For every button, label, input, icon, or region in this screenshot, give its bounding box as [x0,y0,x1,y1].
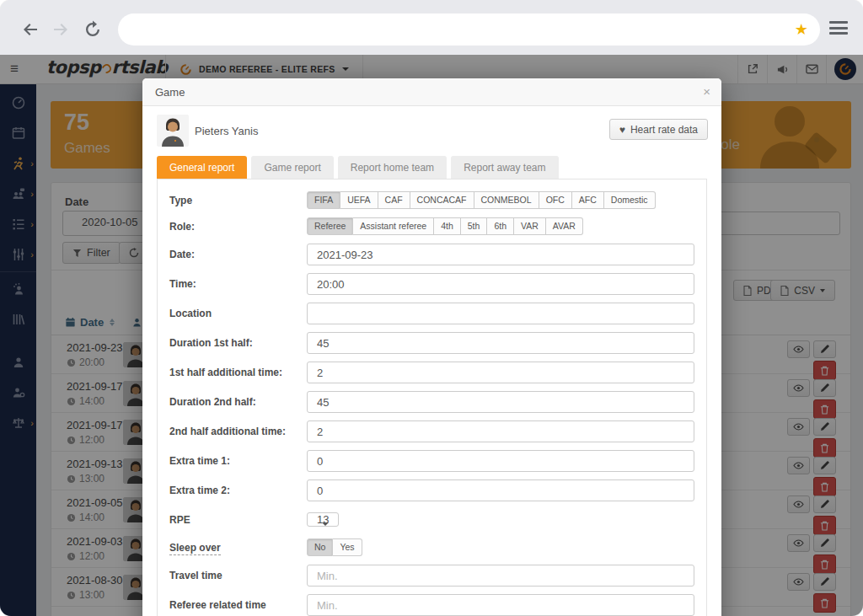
sleep-over-no[interactable]: No [307,538,333,556]
external-link-icon[interactable] [737,55,767,83]
pencil-icon [820,538,829,548]
extra-2-input[interactable] [307,479,694,501]
funnel-icon [72,249,82,258]
form-row-type: Type FIFA UEFA CAF CONCACAF CONMEBOL OFC… [169,191,694,209]
view-button[interactable] [787,534,810,552]
view-button[interactable] [787,418,810,436]
role-option-4th[interactable]: 4th [434,217,461,235]
edit-button[interactable] [813,379,836,397]
edit-button[interactable] [813,340,836,358]
type-option-uefa[interactable]: UEFA [340,191,378,209]
rpe-select[interactable]: 13 [307,512,339,527]
sidebar-item-calendar[interactable] [0,118,36,148]
sleep-over-label: Sleep over [169,542,307,554]
edit-button[interactable] [813,495,836,513]
address-input[interactable] [133,19,774,40]
row-time: 14:00 [67,512,105,523]
back-icon[interactable] [20,19,42,40]
add-1st-input[interactable] [307,362,694,383]
row-time: 12:00 [67,434,105,446]
view-button[interactable] [787,457,810,474]
type-segmented-control: FIFA UEFA CAF CONCACAF CONMEBOL OFC AFC … [307,191,656,209]
sidebar-item-legal[interactable]: › [0,408,36,438]
edit-button[interactable] [813,457,836,474]
reload-icon[interactable] [83,19,105,40]
browser-menu-icon[interactable] [829,21,848,35]
type-option-afc[interactable]: AFC [572,191,604,209]
view-button[interactable] [787,379,810,397]
forward-icon[interactable] [51,19,72,40]
view-button[interactable] [787,573,810,591]
type-option-concacaf[interactable]: CONCACAF [410,191,474,209]
bookmark-star-icon[interactable]: ★ [795,19,808,40]
form-row-extra-2: Extra time 2: [169,479,694,501]
eye-icon [793,539,804,547]
role-option-5th[interactable]: 5th [461,217,488,235]
form-row-time: Time: [169,273,694,295]
sidebar-item-staff[interactable] [0,378,36,408]
date-input[interactable] [307,244,694,265]
type-option-domestic[interactable]: Domestic [604,191,656,209]
column-header-date[interactable]: Date [65,316,115,329]
tab-general-report[interactable]: General report [157,156,247,179]
time-input[interactable] [307,273,694,295]
logo-o-mark [99,62,112,75]
row-date: 2021-09-23 [67,341,123,354]
gauge-icon [11,95,26,110]
tab-game-report[interactable]: Game report [251,156,333,179]
sidebar-item-dashboard[interactable] [0,88,36,118]
mail-icon[interactable] [796,55,826,83]
duration-1st-input[interactable] [307,332,694,354]
user-avatar-cell[interactable] [826,55,863,83]
form-row-add-2nd: 2nd half additional time: [169,420,694,442]
sidebar-item-metrics[interactable]: › [0,239,36,270]
type-option-conmebol[interactable]: CONMEBOL [474,191,539,209]
type-option-ofc[interactable]: OFC [539,191,572,209]
delete-button[interactable] [813,593,836,613]
type-option-caf[interactable]: CAF [378,191,410,209]
sleep-over-yes[interactable]: Yes [333,538,362,556]
megaphone-icon[interactable] [767,55,796,83]
edit-button[interactable] [813,534,836,552]
add-2nd-input[interactable] [307,420,694,442]
chevron-right-icon: › [30,250,34,260]
extra-1-input[interactable] [307,450,694,472]
heart-rate-button[interactable]: ♥ Heart rate data [609,119,708,140]
row-date: 2021-09-05 [67,496,123,509]
referee-time-input[interactable] [307,594,694,616]
sidebar-item-people[interactable]: › [0,179,36,209]
row-date: 2021-09-17 [67,419,123,431]
tab-report-home-team[interactable]: Report home team [338,156,447,179]
type-option-fifa[interactable]: FIFA [307,191,340,209]
role-option-6th[interactable]: 6th [487,217,514,235]
travel-time-input[interactable] [307,565,694,587]
filter-button[interactable]: Filter [62,242,121,264]
sidebar-item-groups[interactable] [0,274,36,304]
edit-button[interactable] [813,418,836,436]
row-time: 12:00 [67,550,105,562]
tab-report-away-team[interactable]: Report away team [451,156,558,179]
close-icon[interactable]: × [703,84,710,99]
sidebar-item-library[interactable] [0,304,36,335]
form-row-travel-time: Travel time [169,565,694,587]
role-option-avar[interactable]: AVAR [546,217,583,235]
location-input[interactable] [307,303,694,324]
duration-2nd-input[interactable] [307,391,694,413]
role-option-var[interactable]: VAR [514,217,546,235]
edit-button[interactable] [813,573,836,591]
sidebar-item-activity[interactable]: › [0,148,36,179]
view-button[interactable] [787,340,810,358]
export-csv-button[interactable]: CSV [770,280,835,301]
pencil-icon [820,345,829,354]
sidebar-item-lists[interactable]: › [0,209,36,239]
sidebar-toggle-icon[interactable]: ≡ [10,61,19,78]
brand-swirl-icon [180,63,192,76]
role-option-referee[interactable]: Referee [307,217,353,235]
view-button[interactable] [787,495,810,513]
sidebar-item-profile[interactable] [0,347,36,378]
sleep-over-toggle: No Yes [307,538,362,556]
pencil-icon [820,461,829,470]
role-option-assistant[interactable]: Assistant referee [353,217,434,235]
game-modal: Game × Pieters Yanis ♥ Heart rate data G… [142,78,721,616]
row-time: 14:00 [67,395,105,407]
